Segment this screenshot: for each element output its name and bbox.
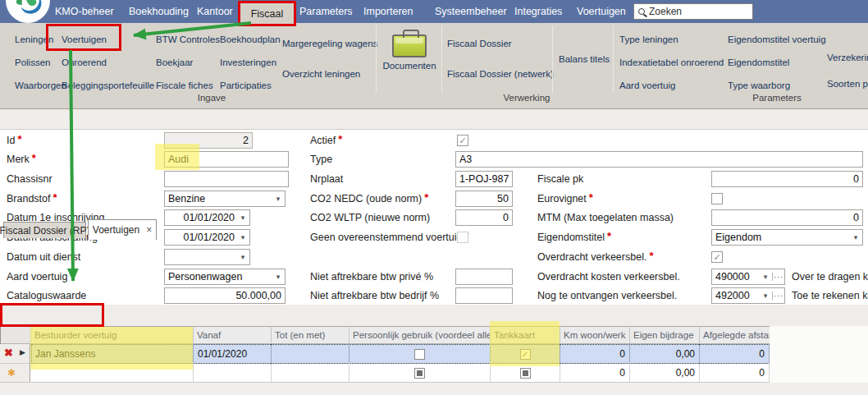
tankkaart-checkbox[interactable]	[520, 349, 531, 360]
ribbon-col-verwerking-1: Fiscaal Dossier Fiscaal Dossier (netwerk…	[447, 28, 554, 89]
datum-uit-dienst-label: Datum uit dienst	[7, 249, 80, 265]
cell-persoonlijk-gebruik[interactable]	[349, 364, 491, 382]
cell-vanaf[interactable]: 01/01/2020	[194, 344, 272, 364]
menu-importeren[interactable]: Importeren	[363, 0, 413, 23]
menu-voertuigen[interactable]: Voertuigen	[577, 0, 626, 23]
delete-row-icon[interactable]: ✖	[4, 347, 13, 358]
grid-header-afgelegde-afstand[interactable]: Afgelegde afstand	[700, 326, 770, 344]
grid-header-vanaf[interactable]: Vanaf	[194, 326, 272, 344]
cell-km-woon-werk[interactable]: 0	[560, 364, 630, 382]
persoonlijk-gebruik-checkbox[interactable]	[414, 349, 425, 360]
grid-header-persoonlijk-gebruik[interactable]: Persoonlijk gebruik (voordeel alle aard)	[349, 326, 491, 344]
btw-bedrijf-input[interactable]	[455, 287, 513, 304]
bestuurders-grid: Bestuurder voertuig Vanaf Tot (en met) P…	[0, 326, 770, 383]
overdracht-kosten-combo[interactable]: 490000	[711, 269, 785, 285]
type-input[interactable]	[455, 151, 863, 168]
cell-tot-en-met[interactable]	[272, 364, 349, 382]
cell-km-woon-werk[interactable]: 0	[560, 344, 630, 364]
ribbon-item-btw-controles[interactable]: BTW Controles	[156, 28, 220, 51]
table-row[interactable]: Jan Janssens 01/01/2020 0 0,00 0	[31, 344, 770, 364]
more-options-icon[interactable]	[772, 273, 784, 281]
persoonlijk-gebruik-checkbox[interactable]	[414, 368, 425, 379]
ribbon-item-balans-titels[interactable]: Balans titels	[559, 28, 610, 90]
ribbon-item-fiscaal-dossier[interactable]: Fiscaal Dossier	[447, 28, 554, 58]
nog-te-ontvangen-combo[interactable]: 492000	[711, 287, 785, 304]
grid-header-tot-en-met[interactable]: Tot (en met)	[272, 326, 349, 344]
id-input[interactable]	[164, 132, 253, 149]
cell-bestuurder[interactable]: Jan Janssens	[31, 344, 194, 364]
ribbon-item-beleggingsportefeuille[interactable]: Beleggingsportefeuille	[62, 74, 154, 97]
row-indicator-new[interactable]: ✱	[0, 364, 30, 383]
menu-integraties[interactable]: Integraties	[514, 0, 562, 23]
cell-persoonlijk-gebruik[interactable]	[349, 344, 491, 364]
menu-parameters[interactable]: Parameters	[299, 0, 353, 23]
ribbon-item-type-leningen[interactable]: Type leningen	[619, 28, 724, 51]
ribbon-item-aard-voertuig[interactable]: Aard voertuig	[619, 74, 724, 97]
ribbon-item-verzekering[interactable]: Verzekering	[827, 44, 868, 71]
ribbon-item-investeringen[interactable]: Investeringen	[220, 51, 281, 74]
ribbon-item-boekhoudplan[interactable]: Boekhoudplan	[220, 28, 281, 51]
row-indicator[interactable]: ✖ ▶	[0, 344, 30, 364]
cell-tankkaart[interactable]	[491, 344, 560, 364]
cell-eigen-bijdrage[interactable]: 0,00	[630, 344, 700, 364]
cell-afgelegde-afstand[interactable]: 0	[700, 364, 770, 382]
tab-voertuigen[interactable]: Voertuigen ×	[88, 219, 157, 240]
co2-wltp-input[interactable]	[455, 209, 513, 226]
tankkaart-checkbox[interactable]	[520, 368, 531, 379]
btw-prive-input[interactable]	[455, 269, 513, 285]
close-icon[interactable]: ×	[146, 225, 152, 235]
grid-header-bestuurder[interactable]: Bestuurder voertuig	[31, 326, 194, 344]
aard-voertuig-select[interactable]: Personenwagen	[164, 269, 286, 285]
ribbon-item-eigendomstitel[interactable]: Eigendomstitel	[728, 51, 826, 74]
datum-uit-dienst-picker[interactable]	[164, 249, 250, 265]
grid-header-km-woon-werk[interactable]: Km woon/werk	[560, 326, 630, 344]
cell-tot-en-met[interactable]	[272, 344, 349, 364]
ribbon-item-overzicht-leningen[interactable]: Overzicht leningen	[282, 58, 377, 89]
overdracht-verkeersbel-checkbox[interactable]	[711, 251, 723, 263]
cell-vanaf[interactable]	[194, 364, 272, 382]
ribbon-item-fiscaal-dossier-netwerk[interactable]: Fiscaal Dossier (netwerk)	[447, 58, 554, 89]
ribbon-item-leningen[interactable]: Leningen	[15, 28, 66, 51]
search-box[interactable]	[633, 3, 753, 20]
cell-eigen-bijdrage[interactable]: 0,00	[630, 364, 700, 382]
search-input[interactable]	[649, 6, 748, 17]
ribbon-item-margeregeling-wagens[interactable]: Margeregeling wagens	[282, 28, 377, 58]
tab-fiscaal-dossier-rp[interactable]: Fiscaal Dossier (RP)	[3, 222, 86, 238]
ribbon-item-documenten[interactable]: Documenten	[377, 28, 441, 71]
ribbon-item-indexatietabel-onroerend[interactable]: Indexatietabel onroerend	[619, 51, 724, 74]
tab-label: Voertuigen	[93, 224, 139, 236]
cataloguswaarde-input[interactable]	[164, 287, 286, 304]
grid-header-tankkaart[interactable]: Tankkaart	[491, 326, 560, 344]
menu-fiscaal[interactable]: Fiscaal	[238, 1, 296, 26]
cell-tankkaart[interactable]	[491, 364, 560, 382]
menu-kantoor[interactable]: Kantoor	[197, 0, 233, 23]
geen-overeenstemmend-checkbox[interactable]	[457, 232, 468, 243]
ribbon-item-onroerend[interactable]: Onroerend	[62, 51, 154, 74]
ribbon-item-eigendomstitel-voertuig[interactable]: Eigendomstitel voertuig	[728, 28, 826, 51]
co2-nedc-input[interactable]	[455, 191, 513, 207]
eigendomstitel-select[interactable]: Eigendom	[711, 229, 863, 246]
menu-boekhouding[interactable]: Boekhouding	[129, 0, 189, 23]
ribbon-item-voertuigen[interactable]: Voertuigen	[62, 28, 154, 51]
mtm-input[interactable]	[711, 209, 863, 226]
fiscale-pk-input[interactable]	[711, 171, 863, 187]
ribbon-item-polissen[interactable]: Polissen	[15, 51, 66, 74]
brandstof-select[interactable]: Benzine	[164, 191, 286, 207]
menu-kmo-beheer[interactable]: KMO-beheer	[55, 0, 114, 23]
menu-systeembeheer[interactable]: Systeembeheer	[435, 0, 507, 23]
chassisnr-input[interactable]	[164, 171, 289, 187]
datum-1e-inschrijving-picker[interactable]: 01/01/2020	[164, 209, 250, 226]
cell-bestuurder[interactable]	[31, 364, 194, 382]
datum-aanschaffing-picker[interactable]: 01/01/2020	[164, 229, 250, 246]
eurovignet-checkbox[interactable]	[711, 193, 723, 204]
merk-input[interactable]	[164, 151, 289, 168]
grid-header-eigen-bijdrage[interactable]: Eigen bijdrage	[630, 326, 700, 344]
table-row-new[interactable]: 0 0,00 0	[31, 364, 770, 383]
more-options-icon[interactable]	[772, 292, 784, 300]
btw-prive-label: Niet aftrekbare btw privé %	[310, 269, 433, 285]
ribbon-item-boekjaar[interactable]: Boekjaar	[156, 51, 220, 74]
ribbon-item-waarborgen[interactable]: Waarborgen	[15, 74, 66, 97]
actief-checkbox[interactable]	[457, 135, 468, 146]
nrplaat-input[interactable]	[455, 171, 513, 187]
cell-afgelegde-afstand[interactable]: 0	[700, 344, 770, 364]
